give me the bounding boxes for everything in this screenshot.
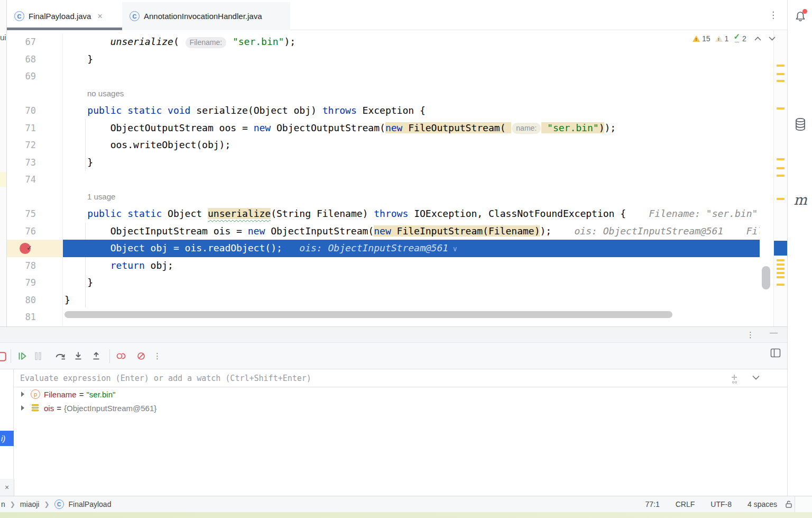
line-number[interactable]: 68 [7, 51, 63, 68]
warning-count[interactable]: ! 15 [693, 34, 710, 43]
code-line[interactable]: 67 unserialize( Filename: "ser.bin"); [7, 33, 760, 51]
add-watch-icon[interactable] [730, 374, 741, 384]
code-line[interactable]: 68 } [7, 51, 760, 68]
notifications-button[interactable] [792, 8, 808, 24]
code-line[interactable]: 74 [7, 171, 760, 188]
maven-tool-button[interactable]: m [792, 192, 808, 207]
line-number[interactable]: 72 [7, 137, 63, 154]
warning-stripe-mark[interactable] [777, 198, 785, 200]
line-number[interactable]: 73 [7, 154, 63, 171]
tool-window-close-button[interactable]: × [0, 479, 14, 496]
file-encoding[interactable]: UTF-8 [710, 500, 732, 508]
warning-stripe-mark[interactable] [777, 107, 785, 110]
warning-stripe-mark[interactable] [777, 175, 785, 177]
line-number[interactable]: 81 [7, 308, 63, 326]
line-ending[interactable]: CRLF [676, 500, 695, 508]
selected-frame-fragment[interactable]: i) [0, 431, 14, 446]
warning-stripe-mark[interactable] [777, 276, 785, 278]
line-number[interactable]: 74 [7, 171, 63, 188]
step-into-button[interactable] [70, 348, 86, 364]
horizontal-scrollbar[interactable] [64, 311, 672, 318]
tab-finalpayload[interactable]: C FinalPayload.java × [7, 2, 122, 30]
tab-options-kebab-icon[interactable]: ⋮ [769, 10, 778, 21]
layout-settings-button[interactable] [770, 348, 781, 358]
eval-expand-chevron-icon[interactable] [752, 375, 760, 380]
warning-stripe-mark[interactable] [777, 73, 785, 75]
readonly-lock-icon[interactable] [785, 500, 793, 508]
warning-stripe-mark[interactable] [777, 272, 785, 274]
warning-stripe-mark[interactable] [777, 284, 785, 286]
tab-annotationinvocationhandler[interactable]: C AnnotationInvocationHandler.java [122, 2, 290, 30]
warning-stripe-mark[interactable] [777, 65, 785, 67]
line-number[interactable]: 70 [7, 102, 63, 120]
breakpoint-icon[interactable]: ✓ [20, 243, 31, 254]
error-stripe[interactable] [773, 30, 787, 326]
warning-stripe-mark[interactable] [777, 158, 785, 160]
stop-button[interactable] [0, 348, 7, 364]
breadcrumb-item-miaoji[interactable]: miaoji [20, 500, 40, 508]
pause-button[interactable] [30, 348, 46, 364]
prev-problem-icon[interactable] [754, 37, 761, 41]
line-number[interactable]: 67 [7, 33, 63, 51]
database-tool-button[interactable] [792, 116, 808, 132]
view-breakpoints-button[interactable] [113, 348, 129, 364]
warning-stripe-mark[interactable] [777, 268, 785, 270]
line-number[interactable] [7, 85, 63, 103]
line-number[interactable]: 71 [7, 120, 63, 137]
step-out-button[interactable] [88, 348, 104, 364]
expand-chevron-icon[interactable] [21, 405, 24, 411]
line-number[interactable]: 80 [7, 292, 63, 309]
status-right-segment [795, 496, 812, 512]
resume-button[interactable] [14, 348, 30, 364]
warning-stripe-mark[interactable] [777, 263, 785, 266]
variable-row-ois[interactable]: ois={ObjectInputStream@561} [14, 401, 648, 415]
usage-hint-line[interactable]: no usages [7, 85, 760, 103]
code-editor[interactable]: 67 unserialize( Filename: "ser.bin");68 … [7, 30, 760, 326]
next-problem-icon[interactable] [769, 37, 776, 41]
warning-stripe-mark[interactable] [777, 167, 785, 169]
weak-warning-count[interactable]: ! 1 [715, 34, 729, 43]
vertical-scrollbar-track[interactable] [760, 30, 773, 326]
typo-count[interactable]: ✓﹏ 2 [733, 34, 746, 43]
debug-more-kebab-icon[interactable]: ⋮ [153, 351, 161, 361]
code-line[interactable]: 71 ObjectOutputStream oos = new ObjectOu… [7, 120, 760, 137]
line-number[interactable]: 75 [7, 205, 63, 223]
execution-stripe-mark[interactable] [774, 241, 787, 256]
indent-setting[interactable]: 4 spaces [748, 500, 777, 508]
code-line[interactable]: 79 } [7, 274, 760, 292]
expand-chevron-icon[interactable] [21, 392, 24, 397]
breadcrumb-item-finalpayload[interactable]: FinalPayload [69, 500, 112, 508]
mute-breakpoints-button[interactable] [133, 348, 149, 364]
execution-line[interactable]: ✓ Object obj = ois.readObject(); ois: Ob… [7, 240, 760, 257]
evaluate-expression-input[interactable] [19, 371, 724, 385]
line-number[interactable]: 78 [7, 257, 63, 275]
usage-hint-line[interactable]: 1 usage [7, 188, 760, 206]
line-number[interactable]: 76 [7, 223, 63, 240]
code-line[interactable]: 69 [7, 68, 760, 85]
line-number[interactable]: 69 [7, 68, 63, 85]
code-line[interactable]: 73 } [7, 154, 760, 171]
step-over-button[interactable] [52, 348, 68, 364]
breakpoint-gutter[interactable]: ✓ [7, 240, 63, 257]
line-number[interactable] [7, 188, 63, 206]
warning-stripe-mark[interactable] [777, 80, 785, 82]
tab-close-icon[interactable]: × [97, 12, 102, 21]
inspections-widget[interactable]: ! 15 ! 1 ✓﹏ 2 [693, 33, 776, 44]
warning-stripe-mark[interactable] [777, 259, 785, 261]
vertical-scrollbar-thumb[interactable] [762, 266, 770, 289]
debug-options-kebab-icon[interactable]: ⋮ [746, 330, 754, 340]
step-out-icon [91, 351, 101, 361]
caret-position[interactable]: 77:1 [645, 500, 659, 508]
breadcrumb-fragment[interactable]: n [1, 500, 5, 508]
hide-tool-window-icon[interactable]: — [770, 328, 778, 337]
line-number[interactable]: 79 [7, 274, 63, 292]
code-line[interactable]: 80} [7, 292, 760, 309]
chevron-right-icon: ❯ [10, 501, 15, 508]
code-line[interactable]: 72 oos.writeObject(obj); [7, 137, 760, 154]
code-line[interactable]: 76 ObjectInputStream ois = new ObjectInp… [7, 223, 760, 240]
code-line[interactable]: 75 public static Object unserialize(Stri… [7, 205, 760, 223]
code-line[interactable]: 78 return obj; [7, 257, 760, 275]
variable-value: "ser.bin" [86, 390, 115, 399]
variable-row-Filename[interactable]: pFilename="ser.bin" [14, 387, 648, 401]
code-line[interactable]: 70 public static void serialize(Object o… [7, 102, 760, 120]
